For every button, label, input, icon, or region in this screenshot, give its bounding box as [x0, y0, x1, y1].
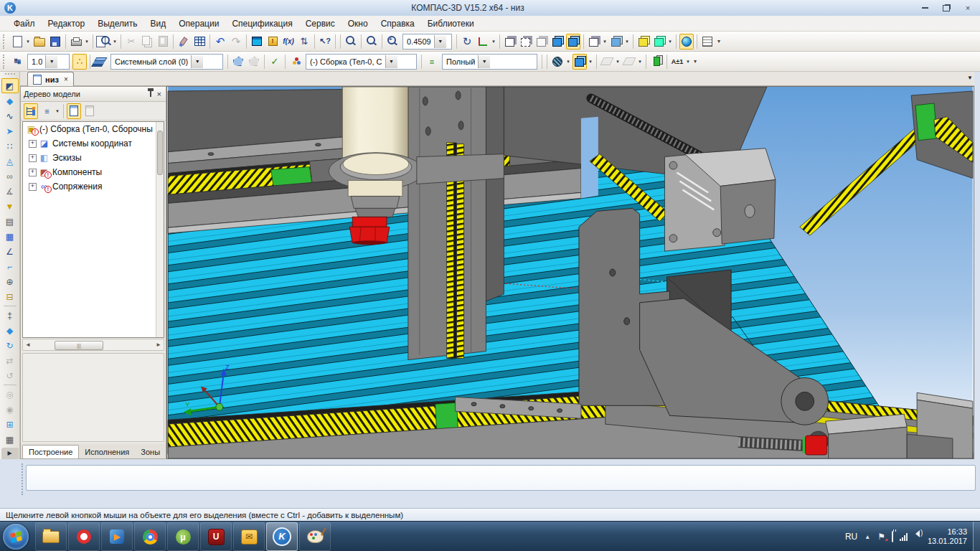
stamp-button[interactable] — [622, 54, 636, 70]
zoom-pointer-button[interactable] — [364, 34, 379, 50]
language-indicator[interactable]: RU — [845, 532, 857, 542]
taskbar-explorer-button[interactable] — [35, 522, 67, 551]
measure-3d-button[interactable]: ∡ — [1, 184, 19, 199]
tray-expand-icon[interactable]: ▲ — [864, 534, 870, 540]
scroll-left-arrow[interactable]: ◄ — [23, 342, 33, 348]
cursor-step-button[interactable]: ↹ — [10, 54, 24, 70]
zoom-scale-dropdown[interactable]: ▼ — [434, 35, 446, 48]
toolbar-overflow-button[interactable]: ▾ — [694, 60, 697, 63]
menu-window[interactable]: Окно — [341, 17, 374, 30]
dimensions-grid-button[interactable] — [700, 34, 715, 50]
component-filter-button[interactable] — [288, 54, 303, 70]
action-center-flag-icon[interactable]: ⚑× — [877, 532, 885, 542]
start-button[interactable] — [3, 524, 29, 550]
refresh-image-button[interactable]: ↻ — [460, 34, 474, 50]
pin-icon[interactable] — [150, 91, 151, 97]
fix-component-button[interactable]: ⇄ — [1, 353, 19, 368]
taskbar-red-u-app-button[interactable]: U — [200, 522, 232, 551]
power-icon[interactable] — [892, 532, 893, 542]
rotate-alt-button[interactable]: ↺ — [1, 368, 19, 383]
coupling-red[interactable] — [806, 435, 827, 455]
print-preview-button[interactable] — [96, 34, 111, 50]
open-button[interactable] — [32, 34, 47, 50]
close-button[interactable]: × — [958, 3, 977, 14]
taskbar-opera-button[interactable] — [68, 522, 100, 551]
menu-service[interactable]: Сервис — [299, 17, 341, 30]
hatch-style-button[interactable] — [550, 54, 565, 70]
paste-button[interactable] — [156, 34, 170, 50]
cursor-step-dropdown[interactable]: ▼ — [45, 55, 57, 68]
solid-dropdown[interactable]: ▾ — [588, 59, 593, 65]
shaded-mode-button[interactable] — [550, 34, 565, 50]
zoom-scale-combo[interactable]: 0.4509▼ — [402, 34, 452, 50]
axis-3d-button[interactable]: ‡ — [1, 308, 19, 323]
assembly-combo[interactable]: (-) Сборка (Тел-0, С▼ — [306, 54, 417, 70]
undo-button[interactable]: ↶ — [213, 34, 227, 50]
zones-dropdown[interactable]: ▾ — [667, 39, 673, 44]
expand-plus-icon[interactable]: + — [29, 169, 37, 176]
corner-button[interactable]: ⌐ — [1, 259, 19, 274]
taskbar-paint-button[interactable] — [299, 522, 331, 551]
simplified-display-button[interactable] — [587, 34, 601, 50]
toolbar-grip[interactable] — [3, 55, 6, 69]
orientation-button[interactable] — [476, 34, 490, 50]
tab-list-dropdown[interactable]: ▼ — [967, 75, 973, 81]
tab-zones[interactable]: Зоны — [135, 446, 166, 458]
tree-structure-button[interactable] — [24, 103, 38, 119]
tree-item-coordinate-systems[interactable]: + ◪ Системы координат — [23, 136, 164, 151]
insert-part-button[interactable]: ⊟ — [1, 289, 19, 304]
menu-libraries[interactable]: Библиотеки — [421, 17, 481, 30]
sketch-parametric-button[interactable] — [231, 54, 245, 70]
tree-vertical-scrollbar[interactable] — [156, 122, 164, 337]
perspective-button[interactable] — [636, 34, 651, 50]
print-dropdown[interactable]: ▾ — [84, 39, 90, 44]
expand-plus-icon[interactable]: + — [29, 140, 37, 148]
tab-construction[interactable]: Построение — [22, 445, 79, 458]
tree-composition-button[interactable] — [67, 103, 81, 119]
stamp-dropdown[interactable]: ▾ — [637, 59, 643, 65]
toolbar-overflow-button[interactable]: ▾ — [717, 39, 720, 43]
surface-button[interactable]: ◬ — [1, 154, 19, 169]
tree-relations-button[interactable] — [83, 103, 97, 119]
sketch-parametric2-button[interactable] — [247, 54, 261, 70]
assembly-dropdown[interactable]: ▼ — [385, 55, 397, 68]
menu-specification[interactable]: Спецификация — [225, 17, 298, 30]
taskbar-outlook-button[interactable]: ✉ — [233, 522, 265, 551]
solid-body-button[interactable] — [573, 54, 587, 70]
tree-item-mates[interactable]: + ∞! Сопряжения — [23, 179, 164, 194]
zoom-in-out-button[interactable]: + — [385, 34, 400, 50]
display-mode-dropdown[interactable]: ▼ — [478, 55, 490, 68]
tree-filter-button[interactable]: ≡ — [39, 103, 54, 119]
cursor-step-combo[interactable]: 1.0▼ — [27, 54, 70, 70]
layer-dropdown[interactable]: ▼ — [191, 55, 203, 68]
tree-item-sketches[interactable]: + ◧ Эскизы — [23, 151, 164, 165]
new-document-button[interactable] — [10, 34, 24, 50]
move-component-button[interactable]: ◆ — [1, 323, 19, 338]
hidden-lines-mode-button[interactable] — [519, 34, 533, 50]
create-part-button[interactable]: ◆ — [1, 93, 19, 108]
points-button[interactable]: ∷ — [1, 138, 19, 154]
3d-viewport[interactable]: Z Y — [166, 86, 974, 459]
menu-select[interactable]: Выделить — [91, 17, 143, 30]
preview-dropdown[interactable]: ▾ — [112, 39, 118, 44]
tree-filter-dropdown[interactable]: ▾ — [55, 108, 60, 114]
auto-dimension-button[interactable]: A±1 — [670, 54, 684, 70]
pin-button[interactable]: ➤ — [1, 123, 19, 138]
menu-view[interactable]: Вид — [144, 17, 173, 30]
orientation-dropdown[interactable]: ▾ — [491, 39, 496, 44]
autodim-dropdown[interactable]: ▾ — [685, 59, 691, 65]
spline-button[interactable]: ∿ — [1, 108, 19, 123]
copy-button[interactable] — [140, 34, 154, 50]
save-button[interactable] — [48, 34, 62, 50]
copy-properties-button[interactable] — [176, 34, 191, 50]
renumber-button[interactable]: ⇅ — [297, 34, 311, 50]
expand-plus-icon[interactable]: + — [29, 183, 37, 191]
snap-settings-button[interactable]: ∴ — [72, 54, 87, 70]
filter-button[interactable]: ▼ — [1, 199, 19, 214]
collections-button[interactable]: ∞ — [1, 169, 19, 184]
new-macro-button[interactable]: ⊕ — [1, 274, 19, 289]
network-signal-icon[interactable] — [900, 533, 908, 541]
wireframe-mode-button[interactable] — [503, 34, 517, 50]
edit-part-button[interactable]: ◩ — [1, 78, 19, 93]
panel-grip[interactable] — [5, 73, 15, 77]
